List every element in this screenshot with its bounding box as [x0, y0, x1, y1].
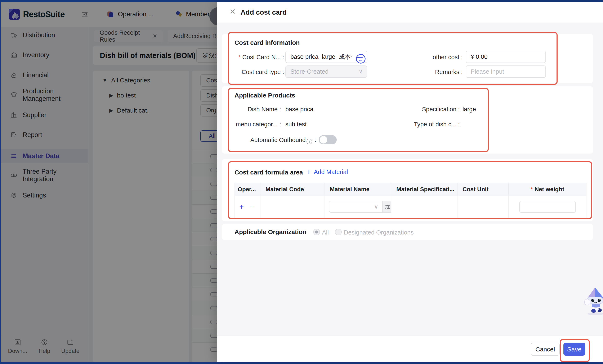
label-text: Cost Card N... : [242, 54, 284, 60]
remarks-input[interactable] [466, 66, 546, 78]
drawer-body: Cost card information *Cost Card N... : … [217, 23, 603, 336]
col-header-material-specification: Material Specificati... [391, 183, 457, 196]
label-text: Net weight [534, 186, 564, 192]
add-cost-card-drawer: ✕ Add cost card Cost card information *C… [217, 2, 603, 362]
add-row-icon[interactable]: + [239, 202, 244, 211]
radio-dot [315, 231, 318, 233]
close-icon[interactable]: ✕ [228, 7, 237, 16]
drawer-footer: Cancel Save [217, 336, 603, 362]
plus-icon: + [307, 168, 311, 176]
type-of-dish-label: Type of dish c... : [397, 121, 460, 128]
col-header-material-name: Material Name [325, 183, 391, 196]
select-value: Store-Created [290, 68, 328, 75]
col-header-material-code: Material Code [260, 183, 325, 196]
colon: : [313, 137, 316, 143]
section-title: Cost card formula area [234, 169, 303, 176]
required-mark: * [238, 54, 241, 60]
cost-unit-cell [457, 196, 509, 218]
applicable-products-card: Applicable Products Dish Name : base pri… [222, 86, 593, 154]
section-title: Applicable Products [234, 92, 295, 99]
automatic-outbound-toggle[interactable] [319, 135, 337, 144]
section-title: Cost card information [234, 39, 300, 46]
other-cost-input[interactable] [466, 51, 546, 63]
cost-card-formula-card: Cost card formula area + Add Material Op… [222, 159, 593, 221]
menu-category-value: sub test [285, 121, 307, 128]
specification-label: Specification : [397, 106, 460, 113]
automatic-outbound-label: Automatic Outboundi : [247, 137, 316, 144]
radio-all-label: All [322, 229, 329, 236]
col-header-cost-unit: Cost Unit [457, 183, 509, 196]
other-cost-label: other cost : [421, 54, 463, 61]
toggle-knob [320, 136, 327, 143]
cancel-button[interactable]: Cancel [531, 343, 560, 356]
radio-designated-organizations[interactable] [335, 229, 342, 235]
section-title: Applicable Organization [234, 228, 306, 236]
info-icon[interactable]: i [307, 139, 312, 144]
drawer-header: ✕ Add cost card [217, 2, 603, 23]
radio-designated-organizations-label: Designated Organizations [344, 229, 414, 236]
row-operation-cell: + − [235, 196, 260, 218]
chevron-down-icon: ∨ [359, 66, 363, 77]
specification-value: large [463, 106, 476, 113]
dish-name-value: base prica [285, 106, 313, 113]
applicable-organization-card: Applicable Organization All Designated O… [222, 224, 593, 240]
drawer-title: Add cost card [241, 2, 287, 23]
menu-category-label: menu categor... : [231, 121, 281, 128]
translate-globe-icon[interactable] [355, 53, 366, 64]
remarks-label: Remarks : [421, 69, 463, 76]
net-weight-cell [509, 196, 586, 218]
cost-card-information-card: Cost card information *Cost Card N... : … [222, 34, 593, 83]
save-button[interactable]: Save [563, 343, 585, 356]
cost-card-name-label: *Cost Card N... : [231, 54, 284, 61]
required-mark: * [531, 186, 533, 192]
material-specification-cell [391, 196, 457, 218]
radio-all[interactable] [313, 229, 320, 235]
cost-card-name-input[interactable] [285, 51, 367, 63]
chevron-down-icon: ∨ [374, 201, 378, 213]
cost-card-type-label: Cost card type : [231, 69, 284, 76]
material-name-cell: ∨ [325, 196, 391, 218]
label-text: Automatic Outbound [250, 137, 305, 143]
net-weight-input[interactable] [519, 201, 576, 213]
col-header-net-weight: *Net weight [509, 183, 586, 196]
col-header-operation: Oper... [235, 183, 260, 196]
cost-card-type-select[interactable]: Store-Created ∨ [285, 66, 367, 78]
material-name-select[interactable]: ∨ [329, 201, 382, 213]
mascot-robot[interactable] [582, 285, 603, 317]
dish-name-label: Dish Name : [231, 106, 281, 113]
remove-row-icon[interactable]: − [250, 202, 255, 211]
material-code-cell [260, 196, 325, 218]
sliders-icon [385, 204, 390, 210]
add-material-button[interactable]: + Add Material [307, 168, 348, 176]
formula-table: Oper... Material Code Material Name Mate… [234, 183, 586, 218]
add-material-label: Add Material [314, 169, 348, 176]
